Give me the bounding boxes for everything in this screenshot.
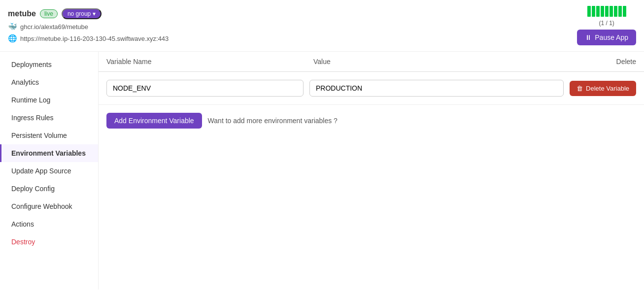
pause-app-button[interactable]: ⏸ Pause App [577,30,636,45]
live-badge: live [40,9,58,18]
globe-icon: 🌐 [8,34,17,43]
image-row: 🐳 ghcr.io/alexta69/metube [8,22,169,31]
health-bar-9 [623,6,626,17]
group-label: no group [68,10,91,17]
url-row: 🌐 https://metube.ip-116-203-130-45.swift… [8,34,169,43]
app-url: https://metube.ip-116-203-130-45.swiftwa… [20,35,169,42]
add-hint-text: Want to add more environment variables ? [208,117,338,125]
sidebar-item-ingress-rules[interactable]: Ingress Rules [0,109,98,127]
col-header-delete: Delete [557,58,636,66]
content-area: Variable Name Value Delete 🗑Delete Varia… [99,52,644,290]
sidebar-item-update-app-source[interactable]: Update App Source [0,162,98,180]
add-environment-variable-button[interactable]: Add Environment Variable [106,113,202,129]
app-name: metube [8,9,36,18]
image-path: ghcr.io/alexta69/metube [20,23,88,31]
sidebar-item-deploy-config[interactable]: Deploy Config [0,180,98,198]
title-row: metube live no group ▾ [8,8,169,19]
health-bar-6 [610,6,613,17]
chevron-down-icon: ▾ [93,10,96,17]
sidebar-item-persistent-volume[interactable]: Persistent Volume [0,127,98,144]
sidebar-item-configure-webhook[interactable]: Configure Webhook [0,198,98,215]
trash-icon: 🗑 [576,85,583,92]
sidebar-item-deployments[interactable]: Deployments [0,56,98,73]
health-bar-1 [587,6,591,17]
table-header: Variable Name Value Delete [99,52,644,72]
sidebar-item-actions[interactable]: Actions [0,215,98,233]
health-bar-5 [605,6,609,17]
sidebar-item-runtime-log[interactable]: Runtime Log [0,91,98,109]
topbar-left: metube live no group ▾ 🐳 ghcr.io/alexta6… [8,8,169,43]
env-row-0: 🗑Delete Variable [99,72,644,105]
delete-btn-label: Delete Variable [586,85,629,92]
health-bar-4 [601,6,604,17]
health-bar-3 [596,6,600,17]
health-bars [587,6,626,17]
delete-variable-button-0[interactable]: 🗑Delete Variable [570,81,636,96]
main-layout: DeploymentsAnalyticsRuntime LogIngress R… [0,52,644,290]
sidebar-item-destroy[interactable]: Destroy [0,233,98,251]
env-name-input-0[interactable] [106,80,304,97]
sidebar-item-environment-variables[interactable]: Environment Variables [0,144,98,162]
add-env-row: Add Environment Variable Want to add mor… [99,105,644,136]
env-value-input-0[interactable] [309,80,564,97]
health-bar-2 [592,6,595,17]
health-bar-8 [618,6,622,17]
health-bar-7 [614,6,617,17]
col-header-name: Variable Name [106,58,313,66]
sidebar-item-analytics[interactable]: Analytics [0,73,98,91]
sidebar: DeploymentsAnalyticsRuntime LogIngress R… [0,52,99,290]
pause-label: Pause App [595,33,628,41]
topbar: metube live no group ▾ 🐳 ghcr.io/alexta6… [0,0,644,52]
health-label: (1 / 1) [599,20,614,27]
topbar-right: (1 / 1) ⏸ Pause App [577,6,636,45]
pause-icon: ⏸ [585,33,592,41]
container-icon: 🐳 [8,22,17,31]
group-badge[interactable]: no group ▾ [62,8,102,19]
col-header-value: Value [313,58,557,66]
env-rows-container: 🗑Delete Variable [99,72,644,105]
